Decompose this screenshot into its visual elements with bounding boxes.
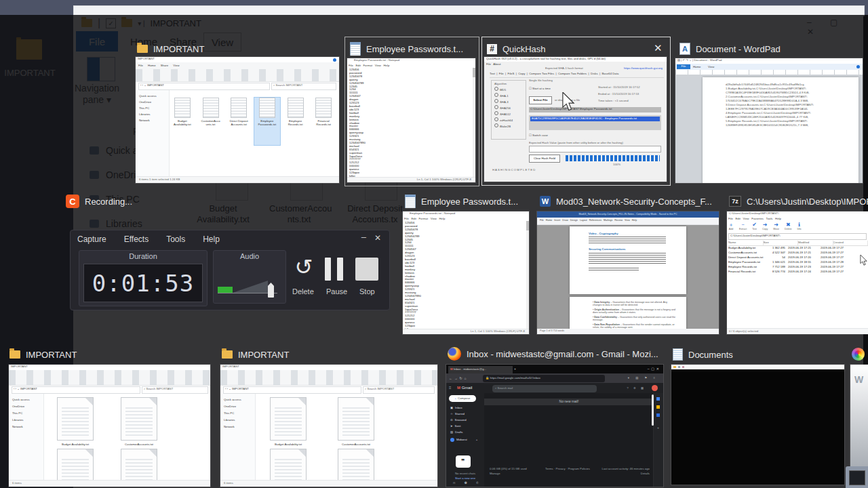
tile-quickhash-title[interactable]: # QuickHash [487, 42, 639, 56]
file-item[interactable]: Financial Records.txt [311, 98, 336, 145]
radio-option[interactable]: SHA-3 [494, 99, 526, 105]
rail-plus-icon[interactable]: + [657, 426, 659, 430]
thumb-important-3[interactable]: IMPORTANT ‹ › ⌄ IMPORTANT ⌕ Search IMPOR… [220, 365, 437, 487]
tile-important-2[interactable]: IMPORTANT [9, 348, 206, 361]
file-item[interactable]: CustomerAcco unts.txt [198, 98, 224, 145]
file-row[interactable]: Direct Deposit Accounts.txt 54 2019-06-1… [728, 256, 868, 260]
thumb-documents[interactable] [671, 365, 844, 485]
file-row[interactable]: CustomerAccounts.txt 4 522 347 2019-06-1… [728, 251, 868, 256]
close-icon[interactable]: ✕ [374, 233, 381, 243]
hangouts-bottom-icons[interactable]: ⍾ ⚉ ✆ [453, 481, 483, 485]
gmail-account-row[interactable]: Midwest + [450, 438, 477, 442]
ff-window-controls[interactable]: – ▢ ✕ [648, 367, 659, 371]
wordpad-file-tab[interactable]: File [677, 64, 690, 69]
hangouts-empty-2[interactable]: Start a new one [446, 476, 484, 480]
keep-icon[interactable] [656, 405, 660, 409]
file-item[interactable]: Budget Availability.txt [257, 397, 319, 446]
hamburger-icon[interactable]: ≡ [449, 386, 452, 391]
tile-important-1[interactable]: IMPORTANT [137, 42, 334, 56]
toolbar-button[interactable]: ➜ Move [773, 222, 779, 232]
gmail-header-icons[interactable]: ? ⚙ ▦ [627, 386, 646, 390]
stop-button[interactable] [355, 258, 378, 281]
toolbar-button[interactable]: ℹ Info [797, 222, 801, 232]
file-row[interactable]: Employee Records.txt 7 712 189 2019-06-1… [728, 265, 868, 270]
audio-slider-handle[interactable] [268, 283, 274, 298]
tile-7zip[interactable]: 7z C:\Users\Justin\Desktop\IMPORTA [729, 195, 868, 208]
pause-button[interactable] [325, 258, 343, 281]
doc-heading-2[interactable]: Securing Communications [589, 247, 686, 251]
calendar-icon[interactable] [656, 397, 660, 401]
mini-scrollbar[interactable] [473, 68, 475, 178]
thumb-important-1[interactable]: IMPORTANT File Home Share View ‹ › ⌄ IMP… [136, 57, 339, 183]
scroll-thumb[interactable] [473, 68, 475, 77]
gmail-scrollbar[interactable] [652, 394, 654, 426]
file-item[interactable]: Budget Availability.txt [44, 397, 106, 446]
recorder-menu-item[interactable]: Capture [77, 235, 106, 244]
qh-schedule-checkbox[interactable]: ☐ Start at a time [529, 87, 551, 90]
tile-wordpad[interactable]: A Document - WordPad [679, 42, 856, 56]
ff-nav-buttons[interactable]: ← → ↻ ⌂ [449, 376, 467, 380]
toolbar-button[interactable]: － Extract [739, 222, 747, 232]
thumb-wordpad[interactable]: ▤ | ↶ ↷ ⌄ | Document - WordPad File Home… [675, 58, 863, 183]
file-item[interactable]: Budget Availability.txt [170, 98, 195, 145]
thumb-7zip[interactable]: C:\Users\Justin\Desktop\IMPORTANT\ File … [727, 211, 868, 334]
ff-toolbar-icons[interactable]: ▾ ▤ ⚑ ≡ [628, 376, 658, 380]
delete-button[interactable]: ↺ [292, 255, 315, 281]
gmail-nav-item[interactable]: ⊙ Snoozed [446, 417, 483, 423]
tile-documents[interactable]: Documents [673, 348, 842, 361]
scroll-thumb[interactable] [526, 221, 529, 230]
radio-option[interactable]: SHA256 [494, 105, 526, 111]
radio-option[interactable]: xxHash64 [494, 117, 526, 123]
gmail-nav-item[interactable]: ▤ Drafts [446, 429, 483, 435]
thumb-worddoc[interactable]: Mod03_Network-Security-Concepts_FILL-IN-… [537, 211, 719, 334]
qh-link[interactable]: https://www.quickhash-gui.org [624, 66, 663, 70]
file-item[interactable]: Employee Records.txt [283, 98, 309, 145]
file-item[interactable]: Employee Passwords.txt [325, 449, 387, 481]
qh-tabs[interactable]: Text | File | FileS | Copy | Compare Two… [490, 72, 664, 78]
doc-heading-1[interactable]: Video - Cryptography [589, 232, 686, 235]
storage-manage-link[interactable]: Manage [490, 472, 500, 475]
column-header[interactable]: Created [833, 241, 868, 245]
qh-result-row[interactable]: E0A75C2999409F5C1A3F0B7E4D2C8A1B5E6F0D3C… [530, 117, 660, 121]
radio-option[interactable]: SHA-1 [494, 93, 526, 99]
tasks-icon[interactable] [656, 413, 660, 417]
column-header[interactable]: Name [728, 241, 764, 245]
close-icon[interactable]: ✕ [654, 42, 663, 54]
qh-select-file-button[interactable]: Select File [529, 96, 552, 104]
file-row[interactable]: Employee Passwords.txt 1 346 021 2019-06… [728, 260, 868, 265]
toolbar-button[interactable]: ✖ Delete [785, 222, 791, 232]
recorder-window[interactable]: CaptureEffectsToolsHelp – ✕ Duration 0:0… [70, 230, 390, 310]
thumb-passwords-1[interactable]: Employee Passwords.txt - Notepad File Ed… [347, 58, 475, 182]
toolbar-button[interactable]: ✔ Test [752, 222, 757, 232]
thumb-gmail[interactable]: M Inbox - midwestastc@g... + – ▢ ✕ ← → ↻… [446, 365, 663, 487]
tile-recording[interactable]: C Recording... [66, 195, 201, 208]
wordpad-home-tab[interactable]: Home [693, 65, 701, 68]
gmail-search-box[interactable]: ⌕ Search mail [492, 385, 597, 392]
radio-option[interactable]: Blake2B [494, 123, 526, 129]
file-row[interactable]: Financial Records.txt 8 526 774 2019-06-… [728, 270, 868, 274]
column-header[interactable]: Modified [798, 241, 833, 245]
file-item[interactable]: Direct Deposit Accounts.txt [257, 449, 319, 481]
gmail-nav-item[interactable]: ▣ Inbox [446, 405, 483, 411]
terms-text[interactable]: Terms · Privacy · Program Policies [545, 467, 590, 470]
tile-important-3[interactable]: IMPORTANT [222, 348, 425, 361]
thumb-important-2[interactable]: IMPORTANT ‹ › ⌄ IMPORTANT ⌕ Search IMPOR… [9, 365, 210, 487]
gmail-nav-item[interactable]: ➤ Sent [446, 423, 483, 429]
recorder-menu-item[interactable]: Effects [124, 235, 149, 244]
toolbar-button[interactable]: ➜ Copy [762, 222, 768, 232]
ff-newtab-button[interactable]: + [514, 367, 516, 371]
qh-expected-input[interactable] [529, 146, 661, 152]
tile-partial[interactable] [852, 347, 868, 361]
radio-option[interactable]: SHA512 [494, 111, 526, 117]
activity-details-link[interactable]: Details [641, 472, 650, 475]
minimize-icon[interactable]: – [361, 232, 366, 242]
column-header[interactable]: Size [764, 241, 799, 245]
add-account-icon[interactable]: + [476, 438, 478, 441]
gmail-nav-item[interactable]: ☆ Starred [446, 411, 483, 417]
qh-clear-button[interactable]: Clear Hash Field [529, 155, 560, 163]
avatar[interactable] [652, 385, 658, 391]
file-item[interactable]: CustomerAccounts.txt [325, 397, 387, 446]
recorder-menu-item[interactable]: Help [203, 235, 220, 244]
recorder-menu-item[interactable]: Tools [166, 235, 185, 244]
tile-passwords-2[interactable]: Employee Passwords.t... [405, 195, 530, 208]
